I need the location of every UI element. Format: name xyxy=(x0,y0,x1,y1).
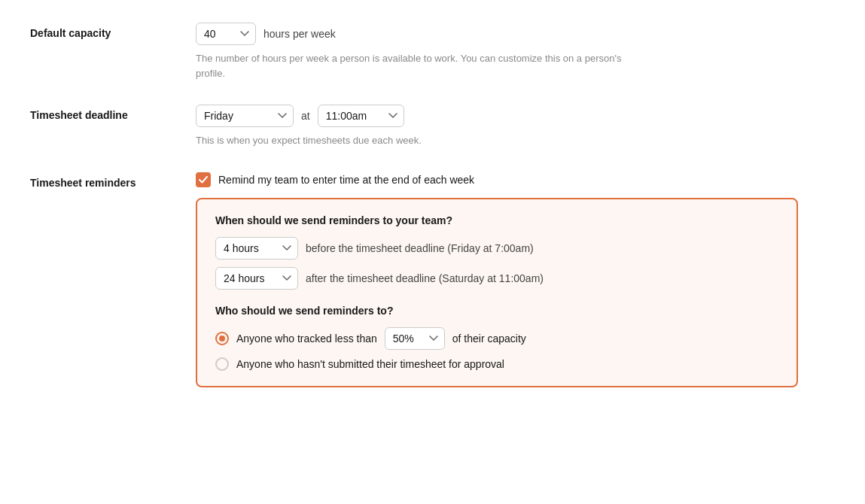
day-select[interactable]: Monday Tuesday Wednesday Thursday Friday… xyxy=(196,105,294,127)
default-capacity-label: Default capacity xyxy=(30,23,196,39)
default-capacity-inline: 20 30 40 45 50 hours per week xyxy=(196,23,835,45)
radio-option-1-prefix: Anyone who tracked less than xyxy=(236,332,377,345)
after-text: after the timesheet deadline (Saturday a… xyxy=(306,272,544,284)
hours-per-week-text: hours per week xyxy=(263,28,336,40)
remind-checkbox[interactable] xyxy=(196,172,211,187)
before-text: before the timesheet deadline (Friday at… xyxy=(306,242,534,254)
when-title: When should we send reminders to your te… xyxy=(215,214,778,226)
at-text: at xyxy=(301,110,310,122)
timesheet-reminders-content: Remind my team to enter time at the end … xyxy=(196,172,835,387)
before-reminder-row: 1 hour 2 hours 4 hours 8 hours 24 hours … xyxy=(215,237,778,260)
timesheet-deadline-content: Monday Tuesday Wednesday Thursday Friday… xyxy=(196,105,835,148)
timesheet-reminders-row: Timesheet reminders Remind my team to en… xyxy=(30,172,835,387)
default-capacity-content: 20 30 40 45 50 hours per week The number… xyxy=(196,23,835,80)
radio-option-2-label: Anyone who hasn't submitted their timesh… xyxy=(236,358,504,370)
who-section: Who should we send reminders to? Anyone … xyxy=(215,305,778,371)
radio-row-1[interactable]: Anyone who tracked less than 25% 50% 75%… xyxy=(215,327,778,350)
after-reminder-row: 1 hour 2 hours 4 hours 8 hours 24 hours … xyxy=(215,267,778,290)
after-hours-select[interactable]: 1 hour 2 hours 4 hours 8 hours 24 hours … xyxy=(215,267,298,290)
reminders-checkbox-wrapper[interactable]: Remind my team to enter time at the end … xyxy=(196,172,835,187)
timesheet-reminders-label: Timesheet reminders xyxy=(30,172,196,189)
radio-option-1[interactable] xyxy=(215,332,229,345)
capacity-select[interactable]: 20 30 40 45 50 xyxy=(196,23,256,45)
percent-select[interactable]: 25% 50% 75% 100% xyxy=(385,327,445,350)
timesheet-deadline-label: Timesheet deadline xyxy=(30,105,196,121)
radio-option-2[interactable] xyxy=(215,357,229,371)
radio-group: Anyone who tracked less than 25% 50% 75%… xyxy=(215,327,778,371)
default-capacity-row: Default capacity 20 30 40 45 50 hours pe… xyxy=(30,23,835,80)
radio-row-2[interactable]: Anyone who hasn't submitted their timesh… xyxy=(215,357,778,371)
remind-checkbox-label: Remind my team to enter time at the end … xyxy=(218,174,474,186)
who-title: Who should we send reminders to? xyxy=(215,305,778,317)
radio-option-1-suffix: of their capacity xyxy=(452,332,526,345)
reminder-box: When should we send reminders to your te… xyxy=(196,198,798,387)
timesheet-deadline-inline: Monday Tuesday Wednesday Thursday Friday… xyxy=(196,105,835,127)
timesheet-deadline-row: Timesheet deadline Monday Tuesday Wednes… xyxy=(30,105,835,148)
timesheet-deadline-hint: This is when you expect timesheets due e… xyxy=(196,133,647,148)
time-select[interactable]: 8:00am 9:00am 10:00am 11:00am 12:00pm 1:… xyxy=(318,105,404,127)
check-icon xyxy=(199,175,208,184)
default-capacity-hint: The number of hours per week a person is… xyxy=(196,51,647,80)
before-hours-select[interactable]: 1 hour 2 hours 4 hours 8 hours 24 hours xyxy=(215,237,298,260)
